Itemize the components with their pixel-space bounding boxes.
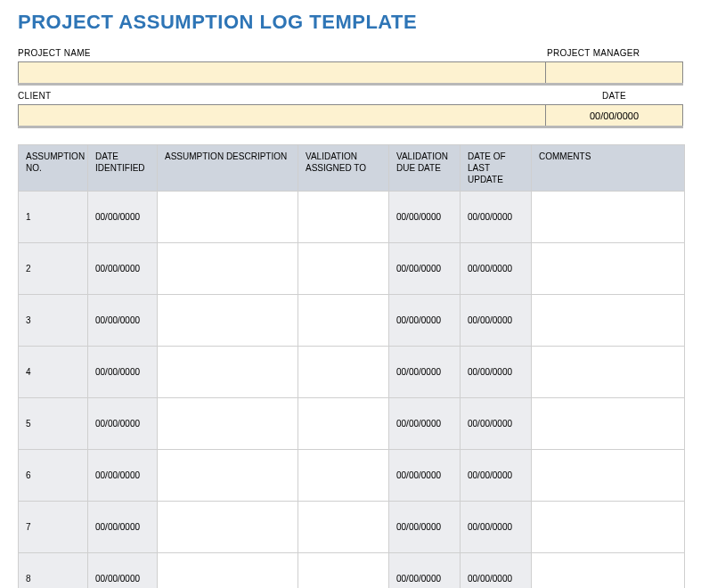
cell-due[interactable]: 00/00/0000	[389, 398, 461, 450]
table-row: 100/00/000000/00/000000/00/0000	[19, 192, 685, 243]
th-comments: COMMENTS	[532, 145, 685, 192]
cell-no[interactable]: 8	[19, 553, 88, 589]
table-row: 800/00/000000/00/000000/00/0000	[19, 553, 685, 589]
th-validation-due: VALIDATION DUE DATE	[389, 145, 461, 192]
cell-due[interactable]: 00/00/0000	[389, 450, 461, 502]
th-assumption-no: ASSUMPTION NO.	[19, 145, 88, 192]
cell-no[interactable]: 6	[19, 450, 88, 502]
th-validation-assigned: VALIDATION ASSIGNED TO	[298, 145, 389, 192]
cell-last-update[interactable]: 00/00/0000	[461, 192, 532, 243]
cell-no[interactable]: 7	[19, 502, 88, 553]
cell-due[interactable]: 00/00/0000	[389, 243, 461, 295]
cell-last-update[interactable]: 00/00/0000	[461, 347, 532, 398]
cell-date-identified[interactable]: 00/00/0000	[88, 553, 158, 589]
cell-description[interactable]	[158, 243, 298, 295]
project-manager-field[interactable]	[545, 61, 683, 83]
meta-row-1: PROJECT NAME PROJECT MANAGER	[18, 46, 683, 86]
cell-due[interactable]: 00/00/0000	[389, 192, 461, 243]
cell-comments[interactable]	[532, 243, 685, 295]
th-date-identified: DATE IDENTIFIED	[88, 145, 158, 192]
date-field[interactable]: 00/00/0000	[545, 104, 683, 126]
th-last-update: DATE OF LAST UPDATE	[461, 145, 532, 192]
cell-description[interactable]	[158, 553, 298, 589]
cell-comments[interactable]	[532, 450, 685, 502]
date-label: DATE	[545, 89, 683, 104]
cell-assigned[interactable]	[298, 450, 389, 502]
table-row: 400/00/000000/00/000000/00/0000	[19, 347, 685, 398]
client-label: CLIENT	[18, 89, 545, 104]
cell-date-identified[interactable]: 00/00/0000	[88, 243, 158, 295]
cell-due[interactable]: 00/00/0000	[389, 502, 461, 553]
cell-last-update[interactable]: 00/00/0000	[461, 243, 532, 295]
cell-description[interactable]	[158, 398, 298, 450]
page-title: PROJECT ASSUMPTION LOG TEMPLATE	[18, 11, 683, 34]
cell-no[interactable]: 5	[19, 398, 88, 450]
cell-comments[interactable]	[532, 553, 685, 589]
table-row: 600/00/000000/00/000000/00/0000	[19, 450, 685, 502]
cell-comments[interactable]	[532, 295, 685, 347]
cell-last-update[interactable]: 00/00/0000	[461, 553, 532, 589]
cell-description[interactable]	[158, 192, 298, 243]
cell-comments[interactable]	[532, 398, 685, 450]
cell-comments[interactable]	[532, 502, 685, 553]
cell-assigned[interactable]	[298, 295, 389, 347]
cell-date-identified[interactable]: 00/00/0000	[88, 502, 158, 553]
cell-due[interactable]: 00/00/0000	[389, 553, 461, 589]
cell-no[interactable]: 3	[19, 295, 88, 347]
cell-comments[interactable]	[532, 347, 685, 398]
table-row: 500/00/000000/00/000000/00/0000	[19, 398, 685, 450]
cell-date-identified[interactable]: 00/00/0000	[88, 192, 158, 243]
cell-description[interactable]	[158, 295, 298, 347]
cell-description[interactable]	[158, 450, 298, 502]
project-manager-label: PROJECT MANAGER	[545, 46, 683, 61]
assumption-table: ASSUMPTION NO. DATE IDENTIFIED ASSUMPTIO…	[18, 144, 685, 588]
cell-last-update[interactable]: 00/00/0000	[461, 295, 532, 347]
project-name-field[interactable]	[18, 61, 545, 83]
cell-assigned[interactable]	[298, 243, 389, 295]
cell-assigned[interactable]	[298, 502, 389, 553]
cell-date-identified[interactable]: 00/00/0000	[88, 450, 158, 502]
table-row: 300/00/000000/00/000000/00/0000	[19, 295, 685, 347]
cell-last-update[interactable]: 00/00/0000	[461, 398, 532, 450]
table-header-row: ASSUMPTION NO. DATE IDENTIFIED ASSUMPTIO…	[19, 145, 685, 192]
th-assumption-description: ASSUMPTION DESCRIPTION	[158, 145, 298, 192]
cell-comments[interactable]	[532, 192, 685, 243]
table-row: 200/00/000000/00/000000/00/0000	[19, 243, 685, 295]
cell-date-identified[interactable]: 00/00/0000	[88, 295, 158, 347]
cell-assigned[interactable]	[298, 553, 389, 589]
cell-description[interactable]	[158, 347, 298, 398]
meta-row-2: CLIENT DATE 00/00/0000	[18, 89, 683, 128]
cell-last-update[interactable]: 00/00/0000	[461, 450, 532, 502]
cell-date-identified[interactable]: 00/00/0000	[88, 347, 158, 398]
cell-no[interactable]: 1	[19, 192, 88, 243]
cell-due[interactable]: 00/00/0000	[389, 295, 461, 347]
cell-description[interactable]	[158, 502, 298, 553]
cell-due[interactable]: 00/00/0000	[389, 347, 461, 398]
client-field[interactable]	[18, 104, 545, 126]
cell-no[interactable]: 2	[19, 243, 88, 295]
cell-last-update[interactable]: 00/00/0000	[461, 502, 532, 553]
cell-assigned[interactable]	[298, 398, 389, 450]
project-name-label: PROJECT NAME	[18, 46, 545, 61]
cell-assigned[interactable]	[298, 192, 389, 243]
cell-date-identified[interactable]: 00/00/0000	[88, 398, 158, 450]
cell-no[interactable]: 4	[19, 347, 88, 398]
table-row: 700/00/000000/00/000000/00/0000	[19, 502, 685, 553]
cell-assigned[interactable]	[298, 347, 389, 398]
